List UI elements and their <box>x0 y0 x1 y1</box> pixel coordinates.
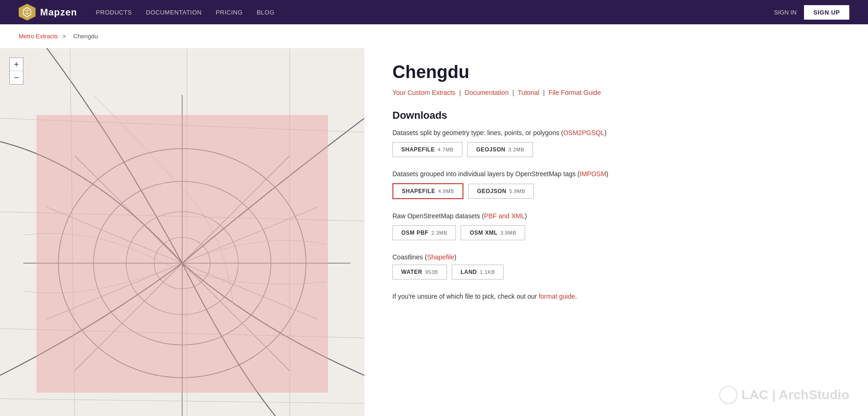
navbar-right: SIGN IN SIGN UP <box>774 5 849 20</box>
osm2pgsql-buttons: SHAPEFILE 4.7MB GEOJSON 3.2MB <box>392 142 840 157</box>
osm-xml-button[interactable]: OSM XML 3.8MB <box>461 225 525 240</box>
right-panel: Chengdu Your Custom Extracts | Documenta… <box>364 48 868 416</box>
zoom-in-button[interactable]: + <box>10 58 23 71</box>
imposm-desc: Datasets grouped into individual layers … <box>392 170 840 178</box>
imposm-buttons: SHAPEFILE 4.8MB GEOJSON 5.9MB <box>392 183 840 199</box>
imposm-section: Datasets grouped into individual layers … <box>392 170 840 199</box>
format-guide-link[interactable]: format guide <box>539 293 575 300</box>
map-container: + − <box>0 48 364 416</box>
navbar-left: Mapzen PRODUCTS DOCUMENTATION PRICING BL… <box>19 4 275 21</box>
breadcrumb-parent[interactable]: Metro Extracts <box>19 33 58 40</box>
raw-buttons: OSM PBF 2.3MB OSM XML 3.8MB <box>392 225 840 240</box>
map-selection-overlay <box>36 115 328 393</box>
pbf-xml-link[interactable]: PBF and XML <box>484 212 525 220</box>
custom-extracts-link[interactable]: Your Custom Extracts <box>392 89 455 96</box>
nav-blog[interactable]: BLOG <box>256 9 274 16</box>
breadcrumb-separator: > <box>62 33 66 40</box>
nav-documentation[interactable]: DOCUMENTATION <box>146 9 201 16</box>
documentation-link[interactable]: Documentation <box>465 89 509 96</box>
city-title: Chengdu <box>392 62 840 82</box>
raw-desc: Raw OpenStreetMap datasets (PBF and XML) <box>392 212 840 220</box>
sign-in-link[interactable]: SIGN IN <box>774 9 797 16</box>
imposm-link[interactable]: IMPOSM <box>580 170 606 178</box>
osm2pgsql-geojson-button[interactable]: GEOJSON 3.2MB <box>467 142 533 157</box>
imposm-geojson-button[interactable]: GEOJSON 5.9MB <box>468 184 534 199</box>
osm2pgsql-link[interactable]: OSM2PGSQL <box>563 129 605 136</box>
watermark-icon <box>719 386 738 404</box>
coastlines-section: Coastlines (Shapefile) WATER 953B LAND 1… <box>392 253 840 280</box>
sign-up-button[interactable]: SIGN UP <box>804 5 849 20</box>
nav-products[interactable]: PRODUCTS <box>96 9 132 16</box>
zoom-out-button[interactable]: − <box>10 71 23 84</box>
logo-icon <box>19 4 36 21</box>
osm-pbf-button[interactable]: OSM PBF 2.3MB <box>392 225 456 240</box>
coastlines-buttons: WATER 953B LAND 1.1KB <box>392 265 840 280</box>
osm2pgsql-desc: Datasets split by geometry type: lines, … <box>392 129 840 136</box>
map-background: + − <box>0 48 364 416</box>
osm2pgsql-shapefile-button[interactable]: SHAPEFILE 4.7MB <box>392 142 462 157</box>
breadcrumb: Metro Extracts > Chengdu <box>0 24 868 48</box>
watermark-text: LAC | ArchStudio <box>741 387 849 402</box>
coastlines-note: Coastlines (Shapefile) <box>392 253 840 261</box>
water-button[interactable]: WATER 953B <box>392 265 447 280</box>
raw-section: Raw OpenStreetMap datasets (PBF and XML)… <box>392 212 840 240</box>
downloads-title: Downloads <box>392 109 840 122</box>
format-note: If you're unsure of which file to pick, … <box>392 293 840 300</box>
navbar: Mapzen PRODUCTS DOCUMENTATION PRICING BL… <box>0 0 868 24</box>
zoom-controls: + − <box>9 57 23 85</box>
watermark: LAC | ArchStudio <box>719 386 849 404</box>
land-button[interactable]: LAND 1.1KB <box>452 265 504 280</box>
logo[interactable]: Mapzen <box>19 4 77 21</box>
logo-text: Mapzen <box>40 7 77 18</box>
tutorial-link[interactable]: Tutorial <box>518 89 539 96</box>
main-layout: + − Chengdu Your Custom Extracts | Docum… <box>0 48 868 416</box>
links-row: Your Custom Extracts | Documentation | T… <box>392 89 840 96</box>
nav-links: PRODUCTS DOCUMENTATION PRICING BLOG <box>96 9 274 16</box>
coastlines-shapefile-link[interactable]: Shapefile <box>427 253 454 261</box>
breadcrumb-current: Chengdu <box>73 33 98 40</box>
file-format-guide-link[interactable]: File Format Guide <box>548 89 601 96</box>
imposm-shapefile-button[interactable]: SHAPEFILE 4.8MB <box>392 183 463 199</box>
osm2pgsql-section: Datasets split by geometry type: lines, … <box>392 129 840 157</box>
nav-pricing[interactable]: PRICING <box>216 9 243 16</box>
